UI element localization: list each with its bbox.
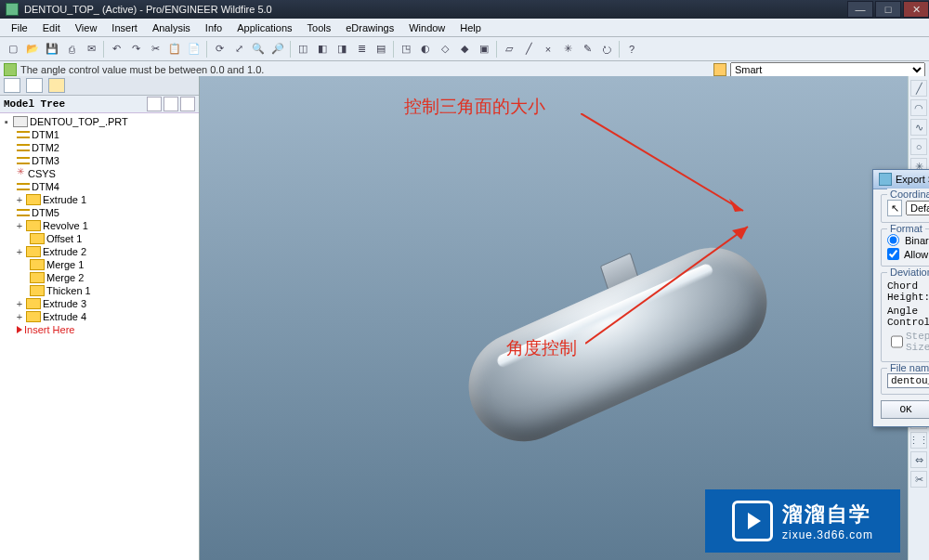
svg-line-0 [581, 113, 743, 211]
tree-item[interactable]: Extrude 4 [43, 311, 86, 322]
menu-analysis[interactable]: Analysis [145, 20, 198, 35]
coord-system-select[interactable]: Default [906, 201, 929, 215]
allow-negative-checkbox[interactable] [887, 248, 899, 260]
new-icon[interactable]: ▢ [4, 40, 22, 59]
step-size-checkbox[interactable] [891, 335, 903, 348]
undo-icon[interactable]: ↶ [107, 40, 125, 59]
orient-icon[interactable]: ◧ [313, 40, 332, 59]
circle-icon[interactable]: ○ [910, 138, 927, 155]
tree-settings-icon[interactable] [180, 97, 195, 111]
repaint-icon[interactable]: ◳ [397, 40, 415, 59]
tree-item[interactable]: DTM2 [32, 142, 59, 153]
tree-item[interactable]: Revolve 1 [43, 220, 88, 231]
tree-insert-here[interactable]: Insert Here [24, 324, 74, 335]
menu-insert[interactable]: Insert [104, 20, 145, 35]
menu-info[interactable]: Info [198, 20, 229, 35]
tree-item[interactable]: Thicken 1 [46, 285, 91, 296]
tree-tool-icon[interactable] [147, 97, 162, 111]
shade-icon[interactable]: ◐ [416, 40, 435, 59]
tree-item[interactable]: DTM1 [32, 129, 59, 140]
tree-item[interactable]: DTM4 [32, 181, 59, 192]
svg-marker-1 [729, 199, 743, 212]
hidden-icon[interactable]: ◆ [455, 40, 474, 59]
menu-edrawings[interactable]: eDrawings [338, 20, 401, 35]
paste-icon[interactable]: 📄 [185, 40, 203, 59]
print-icon[interactable]: ⎙ [62, 40, 81, 59]
mail-icon[interactable]: ✉ [82, 40, 100, 59]
dialog-title: Export STL [896, 174, 929, 185]
tree-item[interactable]: Merge 2 [46, 272, 84, 283]
maximize-button[interactable]: □ [875, 1, 901, 18]
dialog-titlebar[interactable]: Export STL ✕ [873, 170, 929, 189]
tree-item[interactable]: Extrude 2 [43, 246, 86, 257]
tab-layers-icon[interactable] [26, 78, 43, 93]
tree-item[interactable]: CSYS [28, 168, 56, 179]
viewport-3d[interactable]: 控制三角面的大小 角度控制 Export STL ✕ Coordinate Sy… [200, 76, 908, 560]
orient2-icon[interactable]: ◨ [333, 40, 351, 59]
root-node[interactable]: DENTOU_TOP_.PRT [30, 116, 128, 127]
line-icon[interactable]: ╱ [910, 80, 927, 97]
annot-icon[interactable]: ✎ [578, 40, 596, 59]
menu-view[interactable]: View [68, 20, 105, 35]
regen-icon[interactable]: ⟳ [210, 40, 229, 59]
nohid-icon[interactable]: ▣ [475, 40, 493, 59]
coord-system-group: Coordinate System ↖ Default [881, 194, 929, 223]
tab-folder-icon[interactable] [48, 78, 65, 93]
annotation-top: 控制三角面的大小 [404, 95, 545, 119]
cut-icon[interactable]: ✂ [146, 40, 164, 59]
zoom-out-icon[interactable]: 🔎 [268, 40, 287, 59]
export-stl-dialog: Export STL ✕ Coordinate System ↖ Default… [872, 169, 929, 427]
mirror-icon[interactable]: ⇔ [910, 451, 927, 468]
filename-input[interactable] [887, 373, 929, 388]
tab-tree-icon[interactable] [4, 78, 20, 93]
layers-icon[interactable]: ≣ [352, 40, 371, 59]
menu-file[interactable]: File [4, 20, 35, 35]
zoom-fit-icon[interactable]: ⤢ [229, 40, 248, 59]
help-icon[interactable]: ? [622, 40, 641, 59]
tree-item[interactable]: Extrude 3 [43, 298, 86, 309]
pattern-icon[interactable]: ⋮⋮ [910, 432, 927, 449]
feature-icon [30, 233, 45, 244]
tree-item[interactable]: DTM3 [32, 155, 59, 166]
pick-csys-button[interactable]: ↖ [887, 200, 902, 216]
model-tree[interactable]: ▪DENTOU_TOP_.PRT DTM1 DTM2 DTM3 CSYS DTM… [0, 113, 199, 560]
datum-point-icon[interactable]: × [539, 40, 557, 59]
ok-button[interactable]: OK [881, 400, 929, 419]
tree-item[interactable]: Extrude 1 [43, 194, 86, 205]
deviation-group: Deviation Control Chord Height: ▾ Angle … [881, 272, 929, 362]
minimize-button[interactable]: — [847, 1, 873, 18]
tree-item[interactable]: Offset 1 [46, 233, 82, 244]
menu-help[interactable]: Help [452, 20, 489, 35]
view-icon[interactable]: ◫ [294, 40, 312, 59]
spline-icon[interactable]: ∿ [910, 119, 927, 136]
menu-window[interactable]: Window [401, 20, 452, 35]
datum-axis-icon[interactable]: ╱ [519, 40, 538, 59]
trim-icon[interactable]: ✂ [910, 471, 927, 488]
redo-icon[interactable]: ↷ [126, 40, 145, 59]
format-binary-radio[interactable] [887, 234, 899, 246]
datum-plane-icon[interactable]: ▱ [500, 40, 518, 59]
spin-icon[interactable]: ⭮ [597, 40, 616, 59]
datum-csys-icon[interactable]: ✳ [558, 40, 577, 59]
titlebar: DENTOU_TOP_ (Active) - Pro/ENGINEER Wild… [0, 0, 929, 19]
copy-icon[interactable]: 📋 [165, 40, 184, 59]
model-part [451, 230, 785, 459]
layer2-icon[interactable]: ▤ [372, 40, 390, 59]
tree-item[interactable]: DTM5 [32, 207, 59, 218]
arc-icon[interactable]: ◠ [910, 99, 927, 116]
wire-icon[interactable]: ◇ [436, 40, 454, 59]
zoom-in-icon[interactable]: 🔍 [249, 40, 268, 59]
tree-show-icon[interactable] [164, 97, 178, 111]
smart-filter[interactable]: Smart [730, 62, 925, 77]
arrow-top [581, 113, 757, 225]
close-button[interactable]: ✕ [903, 1, 929, 18]
save-icon[interactable]: 💾 [43, 40, 61, 59]
content: Model Tree ▪DENTOU_TOP_.PRT DTM1 DTM2 DT… [0, 76, 929, 560]
menu-applications[interactable]: Applications [229, 20, 299, 35]
menu-tools[interactable]: Tools [300, 20, 339, 35]
menu-edit[interactable]: Edit [35, 20, 68, 35]
watermark: 溜溜自学 zixue.3d66.com [705, 489, 900, 553]
open-icon[interactable]: 📂 [23, 40, 42, 59]
tree-item[interactable]: Merge 1 [46, 259, 84, 270]
format-group: Format Binary ASCII Allow negative value… [881, 228, 929, 267]
